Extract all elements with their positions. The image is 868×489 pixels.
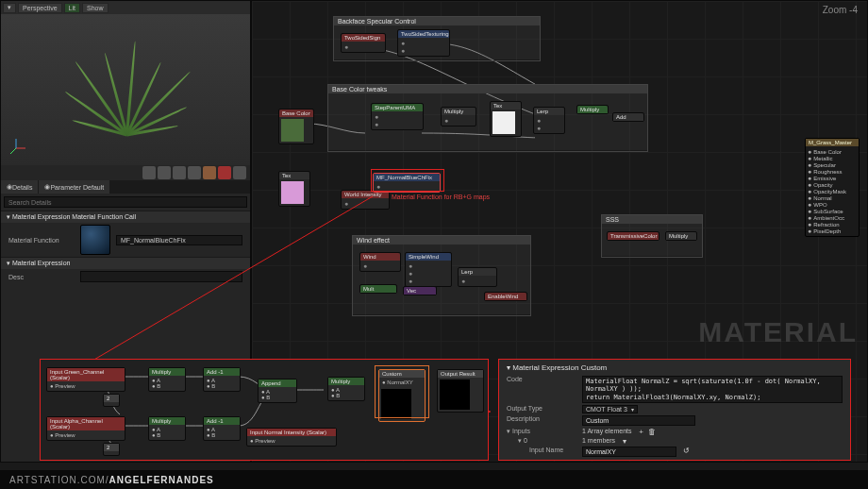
input-green-channel[interactable]: Input Green_Channel (Scalar) ● Preview xyxy=(46,367,125,392)
result-pin[interactable]: Opacity xyxy=(808,181,857,188)
pin[interactable] xyxy=(401,40,446,46)
node-mult2[interactable]: Multiply xyxy=(576,105,609,114)
pin[interactable] xyxy=(409,278,448,284)
pin-preview[interactable]: Preview xyxy=(55,383,75,389)
pin[interactable] xyxy=(461,278,493,284)
viewport-3d[interactable] xyxy=(1,14,250,165)
node-add1[interactable]: Add xyxy=(612,112,644,122)
node-mult3[interactable]: Multiply xyxy=(665,231,697,241)
result-pin[interactable]: Normal xyxy=(808,194,857,201)
desc-field[interactable] xyxy=(80,271,242,282)
material-result-node[interactable]: M_Grass_Master Base Color Metallic Specu… xyxy=(805,138,860,237)
pin[interactable] xyxy=(376,183,437,190)
pin[interactable] xyxy=(444,117,473,124)
pin-preview[interactable]: Preview xyxy=(55,432,75,438)
pin[interactable] xyxy=(375,121,420,127)
reset-icon[interactable]: ↺ xyxy=(682,447,690,454)
pin[interactable] xyxy=(409,262,448,269)
result-pin[interactable]: SubSurface xyxy=(808,208,857,214)
add-1[interactable]: Add -1 ● A● B xyxy=(203,367,241,392)
result-pin[interactable]: AmbientOcc xyxy=(808,214,857,221)
add-element-icon[interactable]: + xyxy=(638,428,645,435)
mesh-icon[interactable] xyxy=(218,166,231,179)
node-windparam1[interactable]: Wind xyxy=(359,252,401,272)
const-1[interactable]: 2 xyxy=(103,394,120,407)
description-field[interactable]: Custom xyxy=(582,415,695,426)
input-alpha-channel[interactable]: Input Alpha_Channel (Scalar) ● Preview xyxy=(46,416,125,441)
pin-preview[interactable]: Preview xyxy=(255,438,275,444)
add-2[interactable]: Add -1 ● A● B xyxy=(203,416,241,441)
tex-swatch[interactable] xyxy=(281,181,304,204)
tab-parameter-default[interactable]: ◉ Parameter Default xyxy=(39,180,110,194)
viewport-menu-icon[interactable]: ▾ xyxy=(3,3,16,13)
append-node[interactable]: Append ● A● B xyxy=(258,379,297,403)
pin[interactable] xyxy=(401,47,446,54)
node-tex1[interactable]: Tex xyxy=(490,101,522,137)
multiply-1[interactable]: Multiply ● A● B xyxy=(148,367,186,392)
output-type-dropdown[interactable]: CMOT Float 3 xyxy=(582,405,638,413)
plane-icon[interactable] xyxy=(173,166,186,179)
section-material-function-call[interactable]: ▾ Material Expression Material Function … xyxy=(1,211,250,223)
pin-normalxy[interactable]: NormalXY xyxy=(387,379,412,385)
result-pin[interactable]: Metallic xyxy=(808,155,857,161)
node-basecolor-param[interactable]: Base Color xyxy=(278,109,314,144)
input-name-field[interactable]: NormalXY xyxy=(582,447,676,457)
perspective-button[interactable]: Perspective xyxy=(18,3,62,13)
tab-details[interactable]: ◉ Details xyxy=(1,180,39,194)
cylinder-icon[interactable] xyxy=(142,166,156,179)
color-swatch[interactable] xyxy=(281,119,304,142)
node-twosidedtex[interactable]: TwoSidedTexturing xyxy=(397,29,450,57)
lit-button[interactable]: Lit xyxy=(64,3,80,13)
node-mult1[interactable]: Multiply xyxy=(441,107,476,126)
tex-swatch[interactable] xyxy=(492,111,515,134)
clear-elements-icon[interactable]: 🗑 xyxy=(648,428,656,435)
result-pin[interactable]: PixelDepth xyxy=(808,228,857,234)
chevron-down-icon[interactable]: ▾ xyxy=(621,437,628,445)
result-pin[interactable]: Roughness xyxy=(808,168,857,175)
const-2[interactable]: 2 xyxy=(103,443,120,456)
result-pin[interactable]: Emissive xyxy=(808,175,857,181)
node-windparam3[interactable]: Vec xyxy=(403,286,437,295)
pin[interactable] xyxy=(375,113,420,120)
sphere-icon[interactable] xyxy=(158,166,171,179)
node-tex2[interactable]: Tex xyxy=(278,171,310,207)
teapot-icon[interactable] xyxy=(203,166,216,179)
node-enablewind[interactable]: EnableWind xyxy=(484,292,527,301)
code-field[interactable]: MaterialFloat NormalZ = sqrt(saturate(1.… xyxy=(582,376,843,403)
material-function-thumb[interactable] xyxy=(80,225,110,255)
section-material-expression[interactable]: ▾ Material Expression xyxy=(1,257,250,269)
result-pin[interactable]: Refraction xyxy=(808,221,857,228)
preview-viewport[interactable]: ▾ Perspective Lit Show xyxy=(0,0,251,179)
multiply-2[interactable]: Multiply ● A● B xyxy=(148,416,186,441)
custom-node[interactable]: Custom ● NormalXY xyxy=(378,369,426,422)
node-lerp1[interactable]: Lerp xyxy=(533,107,565,134)
node-simplewind[interactable]: SimpleWind xyxy=(405,252,452,287)
node-lerp2[interactable]: Lerp xyxy=(458,267,497,287)
pin[interactable] xyxy=(344,200,386,207)
multiply-3[interactable]: Multiply ● A● B xyxy=(327,377,365,401)
function-detail-graph[interactable]: Input Green_Channel (Scalar) ● Preview I… xyxy=(40,359,489,461)
result-pin[interactable]: Base Color xyxy=(808,148,857,155)
result-pin[interactable]: Specular xyxy=(808,161,857,168)
node-windparam2[interactable]: Mult xyxy=(359,284,397,294)
node-mf-normal[interactable]: MF_NormalBlueChFix xyxy=(373,173,441,193)
material-function-value[interactable]: MF_NormalBlueChFix xyxy=(116,235,242,245)
pin[interactable] xyxy=(537,125,561,131)
node-worldint[interactable]: World Intensity xyxy=(341,190,390,210)
result-pin[interactable]: WPO xyxy=(808,201,857,208)
pin[interactable] xyxy=(537,117,561,124)
node-stepparent[interactable]: StepParentUMA xyxy=(371,103,424,130)
pin[interactable] xyxy=(363,262,397,269)
show-button[interactable]: Show xyxy=(82,3,108,13)
output-result-node[interactable]: Output Result xyxy=(437,369,484,413)
node-twosidedsign[interactable]: TwoSidedSign xyxy=(341,33,386,53)
input-normal-intensity[interactable]: Input Normal Intensity (Scalar) ● Previe… xyxy=(246,428,337,447)
tab-params-label: Parameter Default xyxy=(50,184,104,191)
result-pin[interactable]: OpacityMask xyxy=(808,188,857,194)
search-input[interactable] xyxy=(4,196,247,208)
pin[interactable] xyxy=(344,43,382,50)
grid-icon[interactable] xyxy=(233,166,246,179)
node-transmissive[interactable]: TransmissiveColor xyxy=(607,231,659,241)
pin[interactable] xyxy=(409,270,448,277)
cube-icon[interactable] xyxy=(188,166,201,179)
